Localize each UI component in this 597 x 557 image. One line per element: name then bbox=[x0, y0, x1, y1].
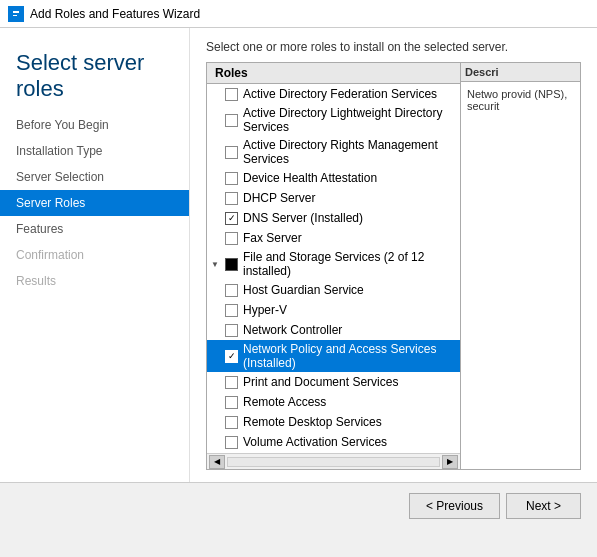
description-panel: Descri Netwo provid (NPS), securit bbox=[461, 62, 581, 470]
role-checkbox[interactable] bbox=[225, 416, 238, 429]
svg-rect-2 bbox=[13, 15, 17, 16]
horizontal-scrollbar[interactable]: ◀ ▶ bbox=[207, 453, 460, 469]
role-checkbox[interactable] bbox=[225, 376, 238, 389]
role-item-hyper-v[interactable]: Hyper-V bbox=[207, 300, 460, 320]
role-checkbox[interactable] bbox=[225, 88, 238, 101]
bottom-bar: < Previous Next > bbox=[0, 482, 597, 529]
title-bar: Add Roles and Features Wizard bbox=[0, 0, 597, 28]
role-item-remote-desktop[interactable]: Remote Desktop Services bbox=[207, 412, 460, 432]
sidebar-item-features[interactable]: Features bbox=[0, 216, 189, 242]
role-checkbox[interactable] bbox=[225, 212, 238, 225]
role-checkbox[interactable] bbox=[225, 192, 238, 205]
role-item-print-doc[interactable]: Print and Document Services bbox=[207, 372, 460, 392]
expand-icon[interactable]: ▼ bbox=[211, 260, 225, 269]
role-item-volume-activation[interactable]: Volume Activation Services bbox=[207, 432, 460, 452]
role-item-fax[interactable]: Fax Server bbox=[207, 228, 460, 248]
role-label: DNS Server (Installed) bbox=[243, 211, 363, 225]
role-item-npas[interactable]: Network Policy and Access Services (Inst… bbox=[207, 340, 460, 372]
role-checkbox[interactable] bbox=[225, 284, 238, 297]
svg-rect-0 bbox=[11, 9, 21, 19]
roles-list-header: Roles bbox=[207, 63, 460, 84]
role-label: Fax Server bbox=[243, 231, 302, 245]
svg-rect-1 bbox=[13, 11, 19, 13]
role-item-host-guardian[interactable]: Host Guardian Service bbox=[207, 280, 460, 300]
role-item-file-storage[interactable]: ▼File and Storage Services (2 of 12 inst… bbox=[207, 248, 460, 280]
role-checkbox[interactable] bbox=[225, 324, 238, 337]
role-label: Active Directory Federation Services bbox=[243, 87, 437, 101]
role-item-dhcp[interactable]: DHCP Server bbox=[207, 188, 460, 208]
role-item-adrms[interactable]: Active Directory Rights Management Servi… bbox=[207, 136, 460, 168]
role-item-network-controller[interactable]: Network Controller bbox=[207, 320, 460, 340]
sidebar-nav: Before You BeginInstallation TypeServer … bbox=[0, 112, 189, 294]
sidebar-item-installation-type[interactable]: Installation Type bbox=[0, 138, 189, 164]
role-checkbox[interactable] bbox=[225, 146, 238, 159]
sidebar-item-before-you-begin[interactable]: Before You Begin bbox=[0, 112, 189, 138]
role-label: Network Policy and Access Services (Inst… bbox=[243, 342, 456, 370]
next-button[interactable]: Next > bbox=[506, 493, 581, 519]
role-item-adlds[interactable]: Active Directory Lightweight Directory S… bbox=[207, 104, 460, 136]
roles-list[interactable]: Active Directory Federation ServicesActi… bbox=[207, 84, 460, 453]
role-checkbox[interactable] bbox=[225, 172, 238, 185]
role-item-remote-access[interactable]: Remote Access bbox=[207, 392, 460, 412]
sidebar-item-server-roles[interactable]: Server Roles bbox=[0, 190, 189, 216]
role-checkbox[interactable] bbox=[225, 350, 238, 363]
roles-list-container: Roles Active Directory Federation Servic… bbox=[206, 62, 461, 470]
sidebar: Select server roles Before You BeginInst… bbox=[0, 28, 190, 482]
role-label: DHCP Server bbox=[243, 191, 315, 205]
role-label: Active Directory Lightweight Directory S… bbox=[243, 106, 456, 134]
role-item-dns[interactable]: DNS Server (Installed) bbox=[207, 208, 460, 228]
scroll-right-btn[interactable]: ▶ bbox=[442, 455, 458, 469]
role-label: Active Directory Rights Management Servi… bbox=[243, 138, 456, 166]
wizard-icon bbox=[8, 6, 24, 22]
roles-panel: Roles Active Directory Federation Servic… bbox=[206, 62, 581, 470]
role-label: Remote Desktop Services bbox=[243, 415, 382, 429]
scroll-track[interactable] bbox=[227, 457, 440, 467]
role-label: Device Health Attestation bbox=[243, 171, 377, 185]
description-header: Descri bbox=[461, 63, 580, 82]
role-label: Host Guardian Service bbox=[243, 283, 364, 297]
role-checkbox[interactable] bbox=[225, 304, 238, 317]
scroll-left-btn[interactable]: ◀ bbox=[209, 455, 225, 469]
role-label: Hyper-V bbox=[243, 303, 287, 317]
role-label: Volume Activation Services bbox=[243, 435, 387, 449]
sidebar-item-results: Results bbox=[0, 268, 189, 294]
role-label: Remote Access bbox=[243, 395, 326, 409]
role-checkbox[interactable] bbox=[225, 114, 238, 127]
sidebar-item-confirmation: Confirmation bbox=[0, 242, 189, 268]
role-checkbox[interactable] bbox=[225, 436, 238, 449]
role-checkbox[interactable] bbox=[225, 258, 238, 271]
page-title: Select server roles bbox=[16, 50, 173, 102]
previous-button[interactable]: < Previous bbox=[409, 493, 500, 519]
instruction-text: Select one or more roles to install on t… bbox=[206, 40, 581, 54]
role-item-device-health[interactable]: Device Health Attestation bbox=[207, 168, 460, 188]
main-content: Select one or more roles to install on t… bbox=[190, 28, 597, 482]
role-checkbox[interactable] bbox=[225, 232, 238, 245]
role-label: Print and Document Services bbox=[243, 375, 398, 389]
description-text: Netwo provid (NPS), securit bbox=[467, 88, 567, 112]
role-checkbox[interactable] bbox=[225, 396, 238, 409]
role-label: File and Storage Services (2 of 12 insta… bbox=[243, 250, 456, 278]
sidebar-item-server-selection[interactable]: Server Selection bbox=[0, 164, 189, 190]
role-label: Network Controller bbox=[243, 323, 342, 337]
title-bar-text: Add Roles and Features Wizard bbox=[30, 7, 200, 21]
role-item-adfs[interactable]: Active Directory Federation Services bbox=[207, 84, 460, 104]
